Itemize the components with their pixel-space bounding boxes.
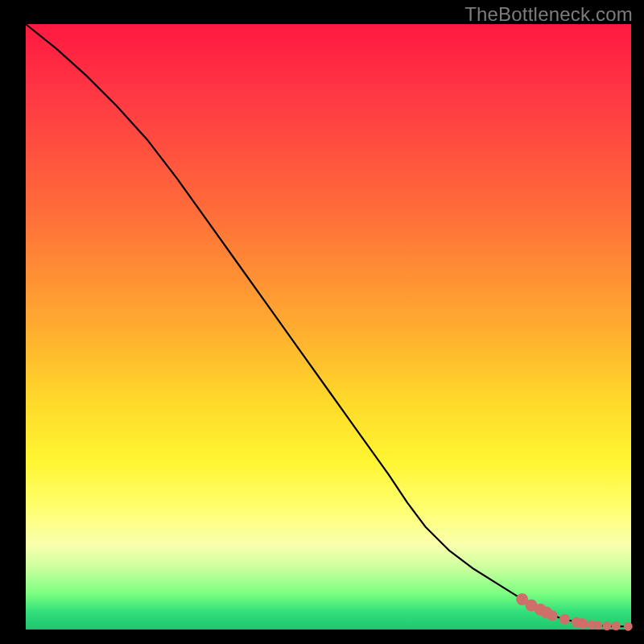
marker-dot: [602, 621, 611, 630]
outer-frame: TheBottleneck.com: [0, 0, 644, 644]
marker-dot: [612, 621, 621, 630]
marker-group: [516, 593, 633, 631]
marker-dot: [577, 618, 588, 629]
marker-dot: [559, 614, 570, 625]
watermark-text: TheBottleneck.com: [464, 3, 633, 26]
marker-dot: [547, 610, 558, 621]
main-curve: [26, 24, 631, 626]
marker-dot: [624, 622, 633, 631]
chart-overlay: [26, 24, 631, 630]
marker-dot: [593, 621, 602, 630]
